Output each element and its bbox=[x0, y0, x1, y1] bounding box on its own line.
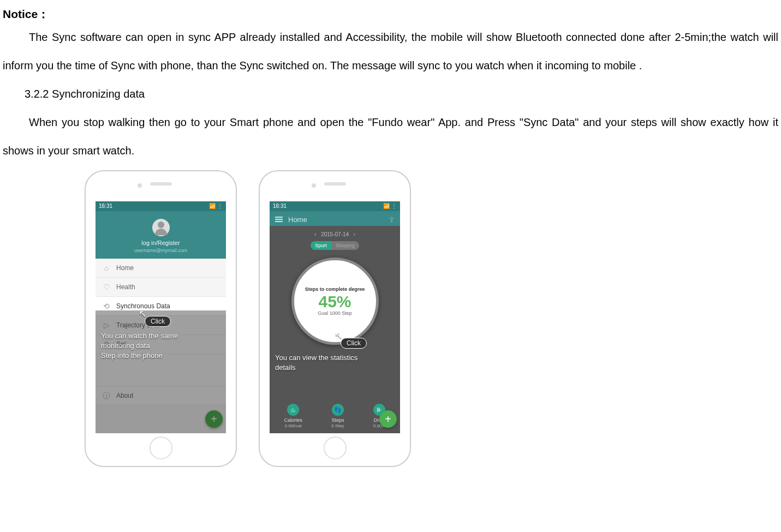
menu-label: Health bbox=[116, 283, 135, 291]
status-bar: 16:31 📶 ⋮ bbox=[96, 201, 226, 211]
click-label: Click bbox=[347, 339, 361, 347]
wifi-icon: 📶 ⋮ bbox=[209, 203, 223, 210]
wifi-icon: 📶 ⋮ bbox=[383, 203, 397, 210]
click-callout: ↖Click bbox=[341, 338, 367, 349]
phone-camera-dot bbox=[312, 183, 316, 188]
date-label: 2015-07-14 bbox=[321, 231, 349, 237]
stat-value: 0.00Kcal bbox=[284, 423, 302, 429]
stat-label: Steps bbox=[331, 417, 344, 423]
phone-speaker bbox=[324, 182, 346, 186]
phone-mockup-2: 16:31 📶 ⋮ Home ⇪ ‹ 2015-07-14 › Sport Sl… bbox=[259, 170, 411, 467]
footsteps-icon: 👣 bbox=[332, 404, 344, 416]
home-button[interactable] bbox=[324, 437, 347, 459]
stat-calories[interactable]: ♨ Calories 0.00Kcal bbox=[284, 404, 302, 428]
status-time: 16:31 bbox=[99, 203, 112, 210]
goal-label: Goal 1000 Step bbox=[318, 310, 352, 316]
date-nav: ‹ 2015-07-14 › bbox=[275, 231, 395, 238]
stat-value: 0 Step bbox=[331, 423, 344, 429]
phones-container: 16:31 📶 ⋮ log in/Register username@mymai… bbox=[85, 170, 778, 467]
stat-steps[interactable]: 👣 Steps 0 Step bbox=[331, 404, 344, 428]
chevron-left-icon[interactable]: ‹ bbox=[314, 231, 316, 237]
phone-mockup-1: 16:31 📶 ⋮ log in/Register username@mymai… bbox=[85, 170, 237, 467]
user-email: username@mymail.com bbox=[98, 248, 223, 254]
sync-icon: ⟲ bbox=[102, 302, 111, 310]
menu-home[interactable]: ⌂Home bbox=[96, 259, 226, 278]
home-body: ‹ 2015-07-14 › Sport Sleeping Steps to c… bbox=[270, 226, 400, 433]
notice-body: The Sync software can open in sync APP a… bbox=[3, 23, 778, 80]
notice-title: Notice： bbox=[3, 5, 778, 23]
overlay-line: You can view the statistics bbox=[275, 353, 395, 363]
arrow-icon: ↖ bbox=[335, 330, 343, 342]
overlay-text: You can watch the same monitoring data S… bbox=[101, 331, 220, 361]
overlay-line: monitoring data bbox=[101, 341, 220, 351]
overlay-text: You can view the statistics details bbox=[275, 353, 395, 373]
circle-top-label: Steps to complete degree bbox=[305, 286, 365, 292]
click-label: Click bbox=[151, 318, 165, 325]
section-body: When you stop walking then go to your Sm… bbox=[3, 108, 778, 165]
menu-health[interactable]: ♡Health bbox=[96, 278, 226, 297]
overlay-line: Step into the phone bbox=[101, 351, 220, 361]
click-callout: ↖Click bbox=[145, 316, 171, 327]
chevron-right-icon[interactable]: › bbox=[353, 231, 355, 237]
status-time: 16:31 bbox=[273, 203, 287, 210]
phone2-screen: 16:31 📶 ⋮ Home ⇪ ‹ 2015-07-14 › Sport Sl… bbox=[270, 201, 400, 433]
phone-camera-dot bbox=[138, 183, 142, 188]
overlay-line: details bbox=[275, 363, 395, 373]
overlay-annotation-1: ↖Click You can watch the same monitoring… bbox=[101, 316, 220, 361]
progress-percent: 45% bbox=[318, 292, 351, 310]
overlay-annotation-2: ↖Click You can view the statistics detai… bbox=[275, 338, 395, 373]
home-button[interactable] bbox=[150, 437, 172, 459]
home-icon: ⌂ bbox=[102, 264, 111, 272]
fab-add-button[interactable]: + bbox=[379, 410, 397, 428]
menu-label: Home bbox=[116, 264, 134, 272]
tab-switch: Sport Sleeping bbox=[275, 241, 395, 250]
section-heading: 3.2.2 Synchronizing data bbox=[3, 80, 778, 108]
overlay-line: You can watch the same bbox=[101, 331, 220, 341]
tab-sleeping[interactable]: Sleeping bbox=[331, 241, 359, 250]
heart-icon: ♡ bbox=[102, 283, 111, 291]
stat-label: Calories bbox=[284, 417, 302, 423]
share-icon[interactable]: ⇪ bbox=[389, 216, 395, 224]
avatar-icon[interactable] bbox=[152, 219, 170, 236]
drawer-header: log in/Register username@mymail.com bbox=[96, 211, 226, 259]
status-bar: 16:31 📶 ⋮ bbox=[270, 201, 400, 211]
arrow-icon: ↖ bbox=[139, 308, 147, 320]
hamburger-icon[interactable] bbox=[275, 216, 283, 223]
phone1-screen: 16:31 📶 ⋮ log in/Register username@mymai… bbox=[96, 201, 226, 433]
header-title: Home bbox=[288, 216, 389, 224]
login-register-link[interactable]: log in/Register bbox=[98, 240, 223, 247]
phone-speaker bbox=[150, 182, 172, 186]
tab-sport[interactable]: Sport bbox=[311, 241, 331, 250]
fire-icon: ♨ bbox=[287, 404, 299, 416]
